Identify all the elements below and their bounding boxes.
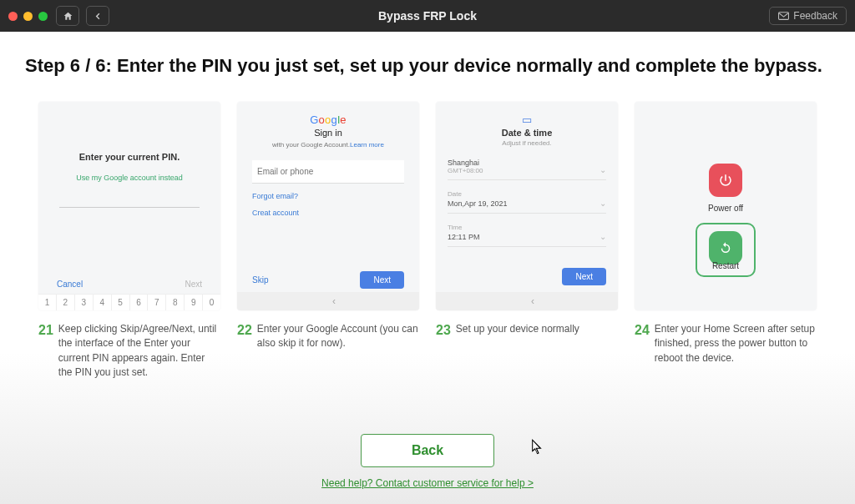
step-heading: Step 6 / 6: Enter the PIN you just set, … [25, 55, 830, 77]
key-1: 1 [38, 294, 57, 310]
key-4: 4 [94, 294, 112, 310]
step-text: Enter your Google Account (you can also … [257, 322, 419, 351]
phone-mock-power: Power off Restart [635, 102, 817, 310]
mail-icon [778, 12, 789, 20]
step-text: Enter your Home Screen after setup finis… [655, 322, 817, 365]
step-col-22: Google Sign in with your Google Account.… [237, 102, 419, 381]
step-col-24: Power off Restart 24 Enter your Home Scr… [635, 102, 817, 381]
restart-label: Restart [712, 261, 739, 270]
google-logo: Google [252, 113, 404, 126]
chevron-left-icon: ‹ [332, 295, 336, 307]
step-number: 24 [635, 322, 650, 365]
google-create-account: Creat account [252, 209, 404, 217]
poweroff-label: Power off [708, 204, 743, 213]
window-controls [8, 12, 48, 21]
google-skip: Skip [252, 275, 268, 285]
phone-mock-pin: Enter your current PIN. Use my Google ac… [38, 102, 220, 310]
pin-title: Enter your current PIN. [38, 152, 220, 162]
date-value: Mon,Apr 19, 2021 [448, 199, 508, 208]
poweroff-button-graphic [709, 164, 742, 197]
pin-input-line [59, 207, 200, 208]
pin-alt-link: Use my Google account instead [38, 174, 220, 182]
bottom-bar: Back Need help? Contact customer service… [0, 434, 855, 489]
step-caption: 23 Set up your device normally [436, 322, 618, 338]
chevron-left-icon [94, 12, 103, 21]
datetime-title: Date & time [448, 128, 606, 138]
datetime-next: Next [562, 268, 606, 285]
key-9: 9 [185, 294, 203, 310]
step-caption: 22 Enter your Google Account (you can al… [237, 322, 419, 351]
chevron-down-icon: ⌄ [600, 232, 606, 241]
titlebar: Bypass FRP Lock Feedback [0, 0, 855, 32]
nav-bar: ‹ [436, 292, 618, 310]
feedback-button[interactable]: Feedback [769, 7, 847, 25]
app-window: Bypass FRP Lock Feedback Step 6 / 6: Ent… [0, 0, 855, 504]
nav-bar: ‹ [237, 292, 419, 310]
key-7: 7 [148, 294, 166, 310]
home-button[interactable] [56, 6, 79, 26]
google-next: Next [360, 271, 404, 289]
time-field: Time 12:11 PM ⌄ [448, 224, 606, 247]
restart-highlight: Restart [696, 223, 756, 277]
close-window-dot[interactable] [8, 12, 18, 21]
time-label: Time [448, 224, 480, 231]
window-title: Bypass FRP Lock [0, 9, 855, 23]
feedback-label: Feedback [793, 10, 837, 22]
calendar-icon: ▭ [448, 113, 606, 126]
restart-icon [718, 240, 733, 255]
step-number: 21 [38, 322, 53, 381]
content-area: Step 6 / 6: Enter the PIN you just set, … [0, 32, 855, 381]
svg-rect-0 [779, 13, 789, 20]
tz-field: Shanghai GMT+08:00 ⌄ [448, 157, 606, 180]
fullscreen-window-dot[interactable] [38, 12, 48, 21]
back-nav-button[interactable] [86, 6, 109, 26]
google-footer: Skip Next [237, 271, 419, 289]
restart-button-graphic [709, 231, 742, 265]
pin-bottom-row: Cancel Next [38, 280, 220, 289]
step-col-21: Enter your current PIN. Use my Google ac… [38, 102, 220, 381]
tz-city: Shanghai [448, 159, 483, 167]
chevron-down-icon: ⌄ [600, 199, 606, 208]
help-link[interactable]: Need help? Contact customer service for … [321, 477, 534, 489]
pin-next: Next [185, 280, 202, 289]
step-caption: 24 Enter your Home Screen after setup fi… [635, 322, 817, 365]
date-label: Date [448, 190, 508, 198]
date-field: Date Mon,Apr 19, 2021 ⌄ [448, 190, 606, 214]
google-signin-sub: with your Google Account.Learn more [252, 141, 404, 149]
phone-mock-google: Google Sign in with your Google Account.… [237, 102, 419, 310]
key-8: 8 [166, 294, 185, 310]
key-6: 6 [130, 294, 149, 310]
step-text: Set up your device normally [456, 322, 579, 338]
step-number: 23 [436, 322, 451, 338]
chevron-left-icon: ‹ [531, 295, 534, 307]
step-number: 22 [237, 322, 252, 351]
step-text: Keep clicking Skip/Agree/Next, until the… [58, 322, 220, 381]
key-3: 3 [75, 294, 94, 310]
google-email-input [252, 160, 404, 184]
step-caption: 21 Keep clicking Skip/Agree/Next, until … [38, 322, 220, 381]
pin-keypad: 1 2 3 4 5 6 7 8 9 0 [38, 294, 220, 310]
time-value: 12:11 PM [448, 233, 480, 241]
tz-offset: GMT+08:00 [448, 167, 483, 174]
power-icon [718, 173, 733, 188]
key-0: 0 [203, 294, 220, 310]
back-button[interactable]: Back [361, 434, 494, 467]
minimize-window-dot[interactable] [23, 12, 33, 21]
home-icon [63, 11, 73, 22]
datetime-sub: Adjust if needed. [448, 139, 606, 147]
key-2: 2 [57, 294, 75, 310]
google-forgot-email: Forgot email? [252, 192, 404, 200]
step-col-23: ▭ Date & time Adjust if needed. Shanghai… [436, 102, 618, 381]
chevron-down-icon: ⌄ [600, 165, 606, 174]
screenshots-row: Enter your current PIN. Use my Google ac… [25, 102, 830, 381]
google-signin-title: Sign in [252, 128, 404, 138]
phone-mock-datetime: ▭ Date & time Adjust if needed. Shanghai… [436, 102, 618, 310]
key-5: 5 [112, 294, 130, 310]
pin-cancel: Cancel [57, 280, 83, 289]
